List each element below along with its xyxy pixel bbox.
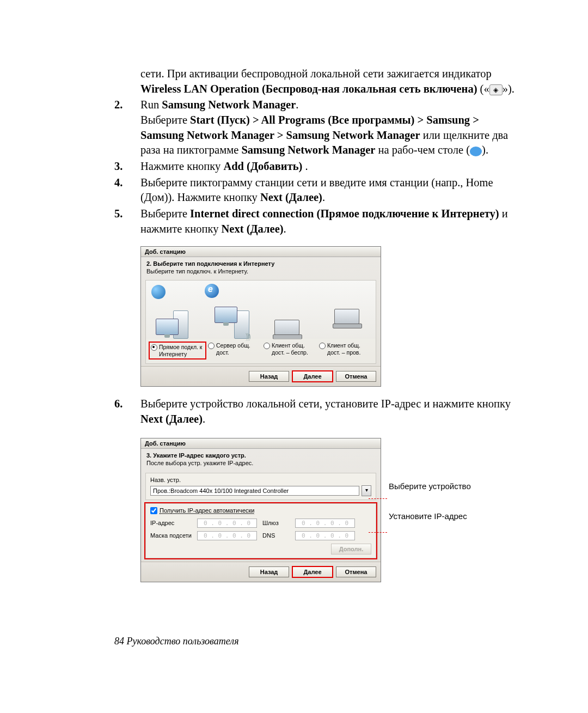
annotation-select-device: Выберите устройство <box>389 482 471 491</box>
step-1-continuation: сети. При активации беспроводной локальн… <box>114 66 517 96</box>
dialog2-title: Доб. станцию <box>141 438 381 449</box>
device-label: Назв. устр. <box>150 477 371 483</box>
dialog2-heading: 3. Укажите IP-адрес каждого устр. <box>141 449 381 460</box>
radio-icon <box>264 343 270 349</box>
cancel-button[interactable]: Отмена <box>336 371 376 382</box>
advanced-button[interactable]: Дополн. <box>331 544 371 554</box>
p1-b: Wireless LAN Operation (Беспровод-ная ло… <box>140 83 477 95</box>
dropdown-icon[interactable]: ▾ <box>362 485 371 496</box>
monitor-icon <box>156 319 179 335</box>
monitor-icon <box>215 307 237 323</box>
auto-ip-checkbox[interactable]: Получить IP-адрес автоматически <box>150 507 371 514</box>
step-3: 3. Нажмите кнопку Add (Добавить) . <box>114 159 517 174</box>
connection-diagram: ))) Прямое подкл. к Интернету Сервер общ… <box>145 280 376 364</box>
laptop-icon <box>274 320 299 335</box>
radio-icon <box>151 344 157 351</box>
next-button[interactable]: Далее <box>292 566 333 577</box>
ie-icon <box>205 284 219 298</box>
option-client-wired[interactable]: Клиент общ. дост. – пров. <box>319 342 372 359</box>
gateway-field[interactable]: 0 . 0 . 0 . 0 <box>295 519 355 528</box>
next-button[interactable]: Далее <box>292 371 333 382</box>
annotations: Выберите устройство Установите IP-адрес <box>381 428 471 568</box>
dialog2-subheading: После выбора устр. укажите IP-адрес. <box>141 460 381 470</box>
desktop-icon <box>470 147 482 156</box>
back-button[interactable]: Назад <box>249 371 289 382</box>
p1-c-open: (« <box>477 83 489 95</box>
cancel-button[interactable]: Отмена <box>336 566 376 577</box>
laptop-icon <box>334 309 359 324</box>
step-5: 5. Выберите Internet direct connection (… <box>114 206 517 236</box>
ip-label: IP-адрес <box>150 520 192 526</box>
ip-panel: Получить IP-адрес автоматически IP-адрес… <box>145 503 376 558</box>
globe-icon <box>151 285 166 299</box>
radio-icon <box>208 343 215 349</box>
callout-line <box>369 498 387 499</box>
step-2: 2. Run Samsung Network Manager. Выберите… <box>114 97 517 158</box>
wlan-indicator-icon: ◈ <box>489 84 503 95</box>
p1-a: сети. При активации беспроводной локальн… <box>140 68 492 80</box>
annotation-set-ip: Установите IP-адрес <box>389 511 471 521</box>
page-footer: 84 Руководство пользователя <box>114 636 517 647</box>
step-4: 4. Выберите пиктограмму станции сети и в… <box>114 175 517 205</box>
dns-field[interactable]: 0 . 0 . 0 . 0 <box>295 531 355 540</box>
back-button[interactable]: Назад <box>249 566 289 577</box>
step-6: 6. Выберите устройство локальной сети, у… <box>114 397 517 426</box>
dialog1-heading: 2. Выберите тип подключения к Интернету <box>141 257 381 268</box>
device-select[interactable]: Пров.:Broadcom 440x 10/100 Integrated Co… <box>150 486 359 496</box>
ip-field[interactable]: 0 . 0 . 0 . 0 <box>197 519 257 528</box>
dialog-add-station-1: Доб. станцию 2. Выберите тип подключения… <box>140 246 381 387</box>
mask-label: Маска подсети <box>150 532 192 539</box>
dialog1-title: Доб. станцию <box>141 247 381 257</box>
p1-c-close: »). <box>503 83 514 95</box>
dns-label: DNS <box>262 532 290 539</box>
option-direct-connection[interactable]: Прямое подкл. к Интернету <box>149 342 206 359</box>
callout-line <box>369 532 387 533</box>
option-client-wireless[interactable]: Клиент общ. дост. – беспр. <box>264 342 317 359</box>
gateway-label: Шлюз <box>262 520 290 526</box>
device-panel: Назв. устр. Пров.:Broadcom 440x 10/100 I… <box>145 473 376 500</box>
option-server-share[interactable]: Сервер общ. дост. <box>208 342 261 359</box>
dialog1-subheading: Выберите тип подключ. к Интернету. <box>141 268 381 278</box>
radio-icon <box>319 343 326 349</box>
dialog-add-station-2: Доб. станцию 3. Укажите IP-адрес каждого… <box>140 438 381 582</box>
mask-field[interactable]: 0 . 0 . 0 . 0 <box>197 531 257 540</box>
step-2-num: 2. <box>114 97 140 158</box>
checkbox-icon[interactable] <box>150 507 157 514</box>
